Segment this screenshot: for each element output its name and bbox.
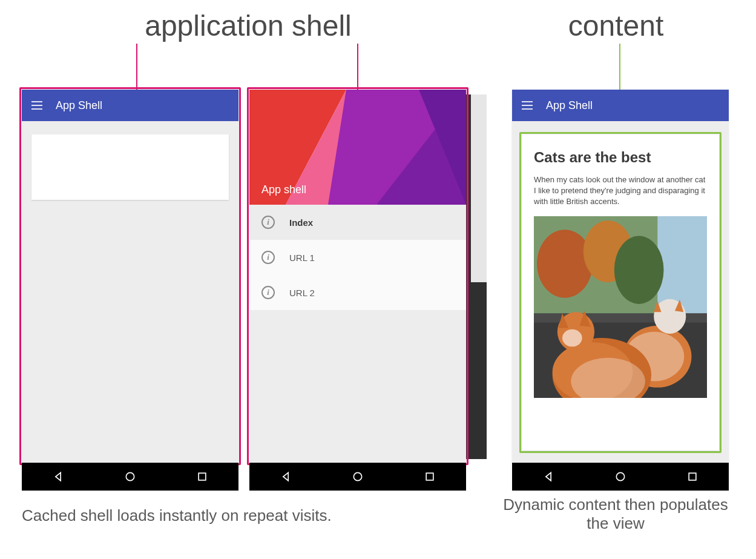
phones-row: App Shell App shell bbox=[0, 90, 756, 463]
nav-back-icon[interactable] bbox=[280, 471, 292, 483]
nav-back-icon[interactable] bbox=[52, 471, 64, 483]
caption-shell-bold: instantly bbox=[159, 506, 217, 524]
connector-shell-right bbox=[357, 44, 358, 91]
drawer-header-title: App shell bbox=[261, 184, 306, 196]
nav-home-icon[interactable] bbox=[614, 471, 626, 483]
svg-rect-25 bbox=[689, 473, 696, 480]
svg-point-13 bbox=[614, 236, 664, 303]
nav-home-icon[interactable] bbox=[124, 471, 136, 483]
connector-shell-left bbox=[136, 44, 137, 91]
caption-shell-prefix: Cached shell loads bbox=[22, 506, 159, 524]
svg-point-11 bbox=[537, 230, 593, 297]
android-nav-bar bbox=[22, 463, 238, 491]
nav-recent-icon[interactable] bbox=[424, 471, 436, 483]
caption-shell-suffix: on repeat visits. bbox=[217, 506, 331, 524]
svg-rect-8 bbox=[426, 473, 433, 480]
hamburger-icon[interactable] bbox=[522, 101, 533, 110]
nav-home-icon[interactable] bbox=[352, 471, 364, 483]
svg-point-24 bbox=[616, 472, 624, 480]
phone-body-empty bbox=[22, 121, 238, 460]
phone-backdrop-strip bbox=[466, 94, 487, 459]
drawer-header: App shell bbox=[249, 90, 466, 205]
empty-placeholder-card bbox=[31, 134, 229, 200]
nav-recent-icon[interactable] bbox=[686, 471, 698, 483]
label-content: content bbox=[496, 9, 735, 42]
phone-body-content: Cats are the best When my cats look out … bbox=[512, 121, 729, 460]
nav-back-icon[interactable] bbox=[542, 471, 554, 483]
svg-point-22 bbox=[562, 329, 582, 346]
phone-shell-empty: App Shell bbox=[22, 90, 238, 463]
app-bar-title: App Shell bbox=[546, 99, 593, 112]
svg-rect-1 bbox=[199, 473, 206, 480]
android-nav-bar bbox=[249, 463, 466, 491]
svg-point-7 bbox=[353, 472, 361, 480]
nav-recent-icon[interactable] bbox=[196, 471, 208, 483]
app-bar: App Shell bbox=[512, 90, 729, 121]
caption-content: Dynamic content then populates the view bbox=[497, 495, 734, 533]
content-card: Cats are the best When my cats look out … bbox=[522, 134, 719, 451]
android-nav-bar bbox=[512, 463, 729, 491]
phone-shell-drawer: App shell i Index i URL 1 i URL 2 bbox=[249, 90, 466, 463]
label-application-shell: application shell bbox=[0, 9, 496, 42]
svg-point-0 bbox=[126, 472, 134, 480]
content-image-cats bbox=[534, 216, 707, 398]
caption-shell: Cached shell loads instantly on repeat v… bbox=[22, 506, 466, 533]
top-labels-row: application shell content bbox=[0, 0, 756, 42]
phone-content: App Shell Cats are the best When my cats… bbox=[512, 90, 729, 463]
